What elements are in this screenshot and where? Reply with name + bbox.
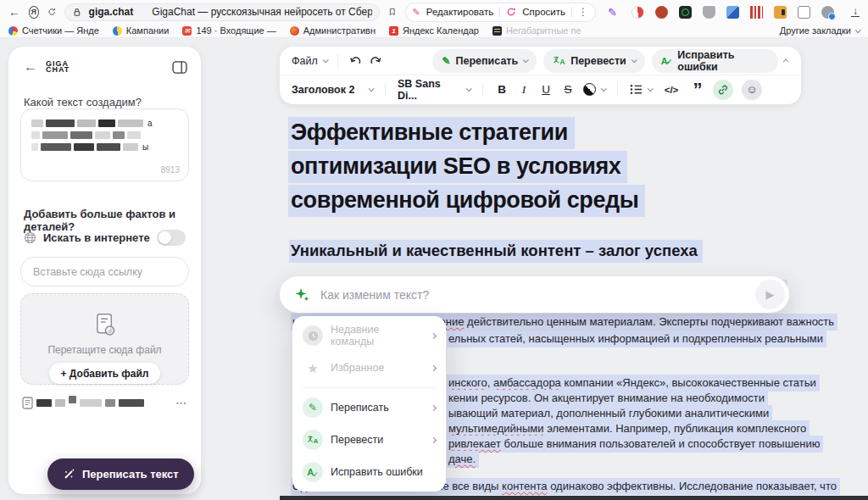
web-search-toggle[interactable]: [157, 230, 186, 246]
strikethrough-button[interactable]: S: [561, 83, 575, 96]
italic-button[interactable]: I: [517, 83, 531, 97]
menu-item-translate[interactable]: A Перевести: [292, 426, 446, 453]
menu-item-fix-errors[interactable]: A✓ Исправить ошибки: [292, 458, 446, 486]
dropzone-label: Перетащите сюда файл: [47, 344, 161, 356]
fix-errors-button[interactable]: A✓ Исправить ошибки: [652, 49, 778, 73]
translate-icon: A: [303, 430, 323, 450]
redacted-text: [119, 399, 144, 407]
extension-chart-icon[interactable]: [750, 6, 763, 19]
link-icon: [717, 84, 729, 96]
bold-button[interactable]: B: [495, 83, 509, 96]
sidebar: ← GIGACHAT Какой текст создадим? а ы 891…: [8, 47, 201, 494]
add-file-button[interactable]: + Добавить файл: [49, 363, 161, 384]
undo-icon[interactable]: [348, 54, 363, 68]
edit-button[interactable]: Редактировать: [426, 7, 493, 17]
paragraph-style-select[interactable]: Заголовок 2: [292, 84, 373, 96]
mail-favicon: ✉: [182, 26, 192, 36]
bookmark-item[interactable]: 1Яндекс Календар: [389, 25, 479, 36]
ask-button[interactable]: Спросить: [522, 7, 565, 17]
link-input[interactable]: [20, 257, 189, 286]
bookmark-item[interactable]: Негабаритные пе: [492, 25, 581, 36]
emoji-button[interactable]: ☺: [742, 80, 762, 100]
translate-button[interactable]: A Перевести: [543, 49, 645, 73]
underline-button[interactable]: U: [539, 83, 553, 96]
assistant-input-bar[interactable]: Как изменим текст? ▶: [280, 276, 789, 313]
attached-file-item[interactable]: ⋯: [22, 396, 187, 410]
chevron-right-icon: [431, 364, 437, 370]
redacted-text: [80, 399, 102, 407]
back-icon[interactable]: ←: [24, 60, 37, 74]
panel-toggle-icon[interactable]: [172, 61, 187, 74]
admin-favicon: [290, 26, 299, 36]
link-button[interactable]: [713, 80, 733, 100]
font-select[interactable]: SB Sans Di...: [398, 78, 470, 102]
reload-icon[interactable]: [47, 6, 56, 18]
window-bottom-edge: [280, 496, 868, 500]
file-more-icon[interactable]: ⋯: [175, 397, 187, 409]
fix-errors-icon: A✓: [661, 55, 673, 67]
smiley-icon: ☺: [746, 83, 757, 96]
highlight-color-button[interactable]: [583, 83, 605, 96]
send-button[interactable]: ▶: [755, 280, 785, 309]
bookmark-item[interactable]: Кампании: [113, 25, 170, 36]
direct-favicon: [113, 26, 122, 36]
lock-icon: [72, 7, 82, 18]
toolbar-row-actions: Файл ✎ Переписать A Перевести A✓ Исправи…: [280, 47, 801, 75]
rewrite-text-cta[interactable]: Переписать текст: [47, 458, 194, 490]
redacted-text: [69, 396, 76, 403]
collapse-toolbar-icon[interactable]: [783, 58, 789, 64]
bookmark-item[interactable]: Счетчики — Янде: [8, 25, 99, 36]
menu-item-rewrite[interactable]: ✎ Переписать: [292, 394, 446, 421]
other-bookmarks-button[interactable]: Другие закладки: [780, 25, 860, 36]
calendar-favicon: 1: [389, 26, 398, 36]
extension-cube-icon[interactable]: [726, 6, 739, 19]
redacted-text: [55, 399, 65, 407]
bookmark-item[interactable]: ✉149 · Входящие —: [182, 25, 275, 36]
color-circle-icon: [583, 83, 596, 96]
extension-profile-icon[interactable]: [821, 6, 834, 19]
extension-pen-icon[interactable]: ✎: [608, 6, 620, 19]
gigachat-app: Эффективные стратегии оптимизации SEO в …: [0, 38, 868, 500]
extension-figure-icon[interactable]: [655, 6, 668, 19]
extension-mask-icon[interactable]: [703, 6, 715, 19]
redo-icon[interactable]: [369, 54, 383, 68]
chevron-down-icon: [855, 27, 861, 33]
file-menu[interactable]: Файл: [292, 55, 327, 67]
chevron-right-icon: [431, 436, 437, 442]
doc-paragraph-line: мультимедийными элементами. Например, пу…: [447, 422, 810, 435]
bookmark-flag-icon[interactable]: [388, 6, 397, 18]
prompt-label: Какой текст создадим?: [8, 74, 201, 108]
file-dropzone[interactable]: Перетащите сюда файл + Добавить файл: [20, 293, 189, 385]
menu-item-favorites[interactable]: ★ Избранное: [292, 354, 446, 381]
pen-icon: ✎: [442, 55, 450, 67]
extension-clipboard-icon[interactable]: [798, 6, 810, 19]
yandex-icon[interactable]: Я: [29, 6, 39, 19]
send-icon: ▶: [766, 288, 775, 301]
globe-icon: [24, 231, 36, 244]
extension-battery-icon[interactable]: [774, 6, 787, 19]
rewrite-button[interactable]: ✎ Переписать: [432, 49, 537, 73]
gigachat-logo: GIGACHAT: [46, 61, 70, 74]
svg-text:A: A: [314, 437, 319, 445]
menu-item-recent[interactable]: Недавние команды: [292, 322, 446, 349]
ask-icon: [506, 7, 516, 17]
more-menu-icon[interactable]: ⋮: [578, 6, 588, 18]
cargo-favicon: [492, 26, 502, 36]
translate-icon: A: [553, 55, 565, 66]
list-button[interactable]: [630, 84, 652, 95]
address-bar[interactable]: giga.chat GigaChat — русскоязычная нейро…: [64, 3, 380, 21]
web-search-row: Искать в интернете: [24, 230, 186, 246]
quote-button[interactable]: ”: [691, 86, 704, 94]
extension-shield-icon[interactable]: [632, 6, 644, 19]
bookmark-item[interactable]: Административн: [290, 25, 376, 36]
prompt-textarea[interactable]: а ы 8913: [20, 108, 189, 181]
web-search-label: Искать в интернете: [43, 231, 150, 244]
extension-camera-icon[interactable]: [679, 6, 692, 19]
back-icon[interactable]: ←: [8, 6, 20, 18]
document-icon: [22, 397, 33, 409]
code-button[interactable]: </>: [660, 85, 682, 95]
sidebar-header: ← GIGACHAT: [8, 47, 201, 74]
doc-paragraph-line: ывающий материал, дополненный глубокими …: [447, 407, 772, 419]
assistant-input-placeholder[interactable]: Как изменим текст?: [320, 288, 745, 302]
downloads-button[interactable]: ↓: [851, 7, 860, 18]
